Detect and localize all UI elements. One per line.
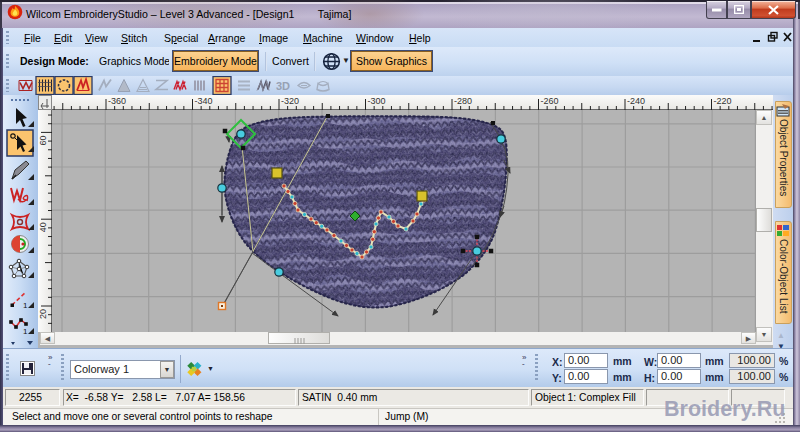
svg-text:-360: -360: [108, 96, 126, 106]
svg-text:3D: 3D: [276, 80, 290, 92]
svg-text:-220: -220: [714, 96, 732, 106]
svg-text:20: 20: [38, 309, 48, 319]
svg-text:1: 1: [23, 301, 28, 310]
svg-text:-300: -300: [368, 96, 386, 106]
svg-text:-340: -340: [195, 96, 213, 106]
svg-text:1: 1: [23, 327, 28, 336]
svg-text:40: 40: [38, 222, 48, 232]
svg-text:60: 60: [38, 135, 48, 145]
svg-text:-240: -240: [627, 96, 645, 106]
svg-text:-320: -320: [281, 96, 299, 106]
svg-text:-260: -260: [541, 96, 559, 106]
svg-text:-280: -280: [454, 96, 472, 106]
